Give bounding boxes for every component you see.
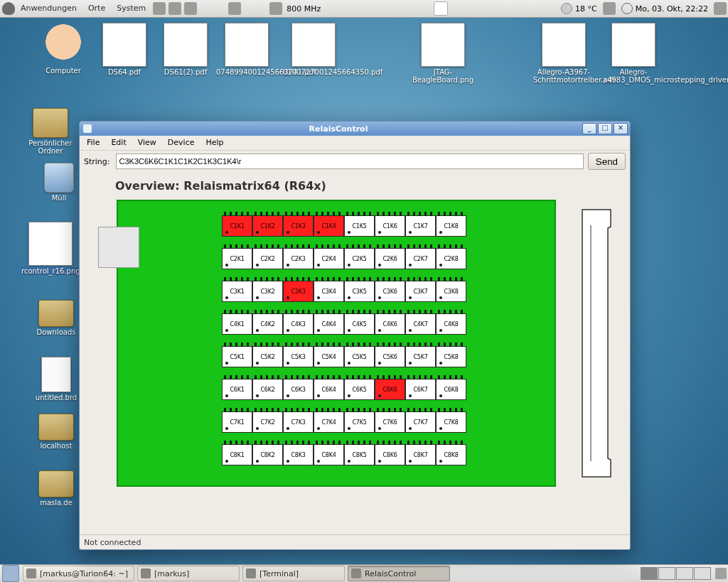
cpu-freq-indicator[interactable]: 800 MHz bbox=[264, 2, 325, 15]
network-icon[interactable] bbox=[603, 2, 616, 15]
desktop-icon-long1[interactable]: 0748994001245663741.pdf bbox=[216, 23, 277, 76]
desktop-icon-computer[interactable]: Computer bbox=[33, 23, 94, 75]
relay-c7k4[interactable]: C7K4 bbox=[314, 411, 344, 433]
relay-c6k1[interactable]: C6K1 bbox=[222, 379, 252, 400]
relay-c5k5[interactable]: C5K5 bbox=[344, 346, 375, 367]
workspace-1[interactable] bbox=[641, 567, 658, 580]
relay-c1k8[interactable]: C1K8 bbox=[436, 215, 466, 237]
relay-c2k4[interactable]: C2K4 bbox=[314, 248, 344, 269]
task-button-0[interactable]: [markus@Turion64: ~] bbox=[23, 566, 134, 581]
weather-indicator[interactable]: 18 °C bbox=[557, 3, 601, 14]
relay-c3k1[interactable]: C3K1 bbox=[222, 281, 252, 302]
relay-c7k7[interactable]: C7K7 bbox=[405, 411, 436, 433]
workspace-pager[interactable] bbox=[641, 567, 711, 580]
relay-c6k7[interactable]: C6K7 bbox=[405, 379, 436, 400]
desktop-icon-allegro1[interactable]: Allegro-A3967-Schrittmotortreiber.pdf bbox=[533, 23, 594, 84]
relay-c7k5[interactable]: C7K5 bbox=[344, 411, 375, 433]
relay-c6k4[interactable]: C6K4 bbox=[314, 379, 344, 400]
relay-c3k4[interactable]: C3K4 bbox=[314, 281, 344, 302]
string-input[interactable] bbox=[116, 153, 584, 169]
relay-c6k6[interactable]: C6K6 bbox=[375, 379, 405, 400]
relay-c2k6[interactable]: C2K6 bbox=[375, 248, 405, 269]
relay-c6k8[interactable]: C6K8 bbox=[436, 379, 466, 400]
applet-icon[interactable] bbox=[153, 2, 166, 15]
relay-c4k3[interactable]: C4K3 bbox=[283, 313, 314, 335]
relay-c8k5[interactable]: C8K5 bbox=[344, 444, 375, 465]
relay-c5k8[interactable]: C5K8 bbox=[436, 346, 466, 367]
relay-c5k3[interactable]: C5K3 bbox=[283, 346, 314, 367]
task-button-3[interactable]: RelaisControl bbox=[348, 566, 450, 581]
relay-c1k2[interactable]: C1K2 bbox=[252, 215, 283, 237]
show-desktop-button[interactable] bbox=[2, 565, 19, 582]
relay-c1k5[interactable]: C1K5 bbox=[344, 215, 375, 237]
maximize-button[interactable]: □ bbox=[598, 123, 612, 134]
relay-c3k8[interactable]: C3K8 bbox=[436, 281, 466, 302]
relay-c2k7[interactable]: C2K7 bbox=[405, 248, 436, 269]
desktop-icon-downloads[interactable]: Downloads bbox=[26, 300, 87, 336]
relay-c3k3[interactable]: C3K3 bbox=[283, 281, 314, 302]
relay-c8k2[interactable]: C8K2 bbox=[252, 444, 283, 465]
desktop-icon-personal[interactable]: Persönlicher Ordner bbox=[20, 108, 81, 155]
relay-c7k1[interactable]: C7K1 bbox=[222, 411, 252, 433]
relay-c7k3[interactable]: C7K3 bbox=[283, 411, 314, 433]
relay-c2k2[interactable]: C2K2 bbox=[252, 248, 283, 269]
relay-c5k6[interactable]: C5K6 bbox=[375, 346, 405, 367]
task-button-2[interactable]: [Terminal] bbox=[242, 566, 345, 581]
minimize-button[interactable]: _ bbox=[582, 123, 596, 134]
applet-icon[interactable] bbox=[228, 2, 241, 15]
relay-c2k8[interactable]: C2K8 bbox=[436, 248, 466, 269]
relay-c6k2[interactable]: C6K2 bbox=[252, 379, 283, 400]
desktop-icon-rcontrol[interactable]: rcontrol_r16.png bbox=[20, 222, 81, 275]
desktop-icon-masla[interactable]: masla.de bbox=[26, 470, 87, 507]
menu-device[interactable]: Device bbox=[162, 136, 200, 150]
relay-c3k6[interactable]: C3K6 bbox=[375, 281, 405, 302]
relay-c6k5[interactable]: C6K5 bbox=[344, 379, 375, 400]
relay-c7k8[interactable]: C7K8 bbox=[436, 411, 466, 433]
tray-icon[interactable] bbox=[715, 568, 727, 579]
relay-c2k1[interactable]: C2K1 bbox=[222, 248, 252, 269]
relay-c1k4[interactable]: C1K4 bbox=[314, 215, 344, 237]
relay-c1k7[interactable]: C1K7 bbox=[405, 215, 436, 237]
relay-c4k4[interactable]: C4K4 bbox=[314, 313, 344, 335]
applet-icon[interactable] bbox=[184, 2, 197, 15]
relay-c6k3[interactable]: C6K3 bbox=[283, 379, 314, 400]
menu-file[interactable]: File bbox=[81, 136, 105, 150]
shutdown-icon[interactable] bbox=[714, 2, 727, 15]
relay-c4k1[interactable]: C4K1 bbox=[222, 313, 252, 335]
desktop-icon-ds64[interactable]: DS64.pdf bbox=[94, 23, 155, 76]
workspace-2[interactable] bbox=[658, 567, 675, 580]
relay-c3k2[interactable]: C3K2 bbox=[252, 281, 283, 302]
relay-c1k1[interactable]: C1K1 bbox=[222, 215, 252, 237]
desktop-icon-untitled[interactable]: untitled.brd bbox=[26, 357, 87, 402]
relay-c5k2[interactable]: C5K2 bbox=[252, 346, 283, 367]
relay-c4k8[interactable]: C4K8 bbox=[436, 313, 466, 335]
menu-places[interactable]: Orte bbox=[82, 0, 111, 17]
relay-c1k3[interactable]: C1K3 bbox=[283, 215, 314, 237]
relay-c8k7[interactable]: C8K7 bbox=[405, 444, 436, 465]
menu-edit[interactable]: Edit bbox=[105, 136, 132, 150]
relay-c2k5[interactable]: C2K5 bbox=[344, 248, 375, 269]
relay-c8k8[interactable]: C8K8 bbox=[436, 444, 466, 465]
desktop-icon-allegro2[interactable]: Allegro-a4983_DMOS_microstepping_driver_… bbox=[603, 23, 664, 84]
relay-c5k1[interactable]: C5K1 bbox=[222, 346, 252, 367]
relay-c5k7[interactable]: C5K7 bbox=[405, 346, 436, 367]
close-button[interactable]: × bbox=[614, 123, 628, 134]
titlebar[interactable]: RelaisControl _ □ × bbox=[80, 122, 630, 136]
relay-c8k6[interactable]: C8K6 bbox=[375, 444, 405, 465]
workspace-4[interactable] bbox=[694, 567, 711, 580]
applet-icon[interactable] bbox=[168, 2, 181, 15]
relay-c4k5[interactable]: C4K5 bbox=[344, 313, 375, 335]
relay-c1k6[interactable]: C1K6 bbox=[375, 215, 405, 237]
send-button[interactable]: Send bbox=[588, 153, 626, 170]
relay-c7k2[interactable]: C7K2 bbox=[252, 411, 283, 433]
desktop-icon-jtag[interactable]: JTAG-BeagleBoard.png bbox=[412, 23, 473, 84]
relay-c8k3[interactable]: C8K3 bbox=[283, 444, 314, 465]
menu-view[interactable]: View bbox=[132, 136, 162, 150]
clock[interactable]: Mo, 03. Okt, 22:22 bbox=[617, 3, 712, 14]
menu-applications[interactable]: Anwendungen bbox=[15, 0, 82, 17]
relay-c8k1[interactable]: C8K1 bbox=[222, 444, 252, 465]
menu-system[interactable]: System bbox=[111, 0, 151, 17]
applet-icon[interactable] bbox=[434, 1, 448, 16]
relay-c3k5[interactable]: C3K5 bbox=[344, 281, 375, 302]
workspace-3[interactable] bbox=[676, 567, 693, 580]
